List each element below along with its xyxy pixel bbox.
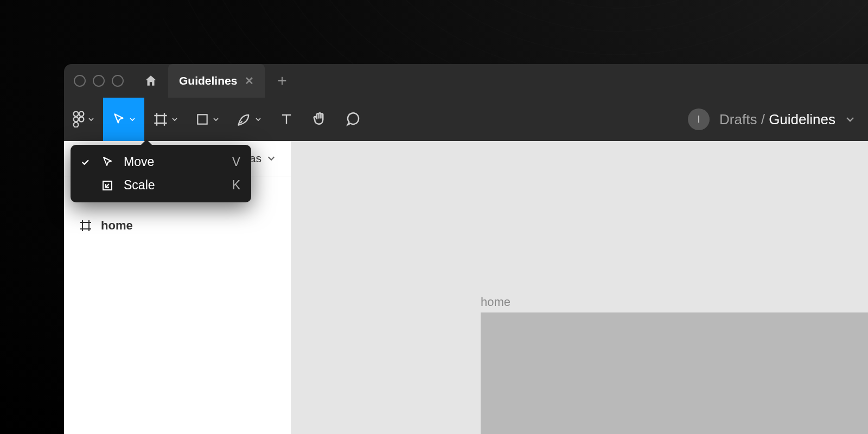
breadcrumb-sep: / — [761, 111, 765, 127]
chevron-down-icon[interactable] — [845, 114, 855, 124]
svg-point-1 — [79, 112, 84, 117]
frame-tool-button[interactable] — [144, 98, 187, 141]
frame-label[interactable]: home — [481, 295, 510, 309]
dropdown-item-scale[interactable]: Scale K — [71, 174, 251, 197]
comment-tool-button[interactable] — [336, 98, 370, 141]
tab-label: Guidelines — [179, 74, 237, 87]
scale-icon — [100, 179, 115, 192]
avatar[interactable]: I — [688, 108, 710, 130]
svg-point-2 — [74, 117, 79, 122]
window-close-button[interactable] — [74, 75, 86, 87]
toolbar-right: I Drafts / Guidelines — [688, 98, 868, 141]
svg-rect-5 — [197, 114, 207, 124]
svg-point-0 — [74, 112, 79, 117]
text-tool-button[interactable] — [270, 98, 303, 141]
move-icon — [112, 112, 126, 126]
window-zoom-button[interactable] — [112, 75, 124, 87]
frame-icon — [79, 219, 92, 232]
frame-home[interactable] — [481, 312, 868, 434]
new-tab-button[interactable] — [269, 68, 295, 94]
move-tool-dropdown: Move V Scale K — [71, 145, 251, 202]
tab-active[interactable]: Guidelines ✕ — [168, 64, 265, 98]
window-controls — [74, 75, 124, 87]
dropdown-item-shortcut: V — [232, 155, 240, 169]
tabbar: Guidelines ✕ — [64, 64, 868, 98]
chevron-down-icon — [267, 154, 276, 163]
tab-close-icon[interactable]: ✕ — [245, 74, 254, 87]
dropdown-item-shortcut: K — [232, 178, 240, 193]
hand-tool-button[interactable] — [303, 98, 336, 141]
move-tool-button[interactable] — [103, 98, 144, 141]
rectangle-icon — [195, 112, 209, 126]
chevron-down-icon — [255, 116, 261, 123]
plus-icon — [276, 75, 288, 87]
check-icon — [79, 157, 91, 167]
text-icon — [279, 112, 294, 127]
chevron-down-icon — [171, 116, 178, 123]
shape-tool-button[interactable] — [187, 98, 228, 141]
toolbar: I Drafts / Guidelines — [64, 98, 868, 141]
pen-tool-button[interactable] — [228, 98, 270, 141]
layer-row[interactable]: home — [64, 209, 291, 242]
pen-icon — [237, 112, 252, 127]
main-menu-button[interactable] — [64, 98, 103, 141]
frame-icon — [153, 112, 168, 127]
svg-point-4 — [74, 123, 79, 127]
move-icon — [100, 156, 115, 169]
chevron-down-icon — [129, 116, 136, 123]
canvas[interactable]: home — [291, 141, 868, 434]
window-minimize-button[interactable] — [93, 75, 105, 87]
home-icon — [144, 74, 158, 88]
chevron-down-icon — [213, 116, 219, 123]
avatar-initial: I — [698, 114, 700, 125]
app-window: Guidelines ✕ — [64, 64, 868, 434]
dropdown-item-move[interactable]: Move V — [71, 150, 251, 174]
dropdown-item-label: Move — [124, 155, 224, 169]
figma-logo-icon — [73, 111, 85, 127]
dropdown-item-label: Scale — [124, 178, 224, 193]
layer-name: home — [101, 219, 133, 233]
home-button[interactable] — [138, 68, 164, 94]
chevron-down-icon — [88, 116, 94, 123]
hand-icon — [311, 111, 328, 127]
breadcrumb[interactable]: Drafts / Guidelines — [719, 111, 835, 128]
comment-icon — [345, 111, 361, 127]
breadcrumb-parent: Drafts — [719, 111, 757, 127]
svg-point-3 — [79, 117, 84, 122]
breadcrumb-current: Guidelines — [769, 111, 835, 127]
